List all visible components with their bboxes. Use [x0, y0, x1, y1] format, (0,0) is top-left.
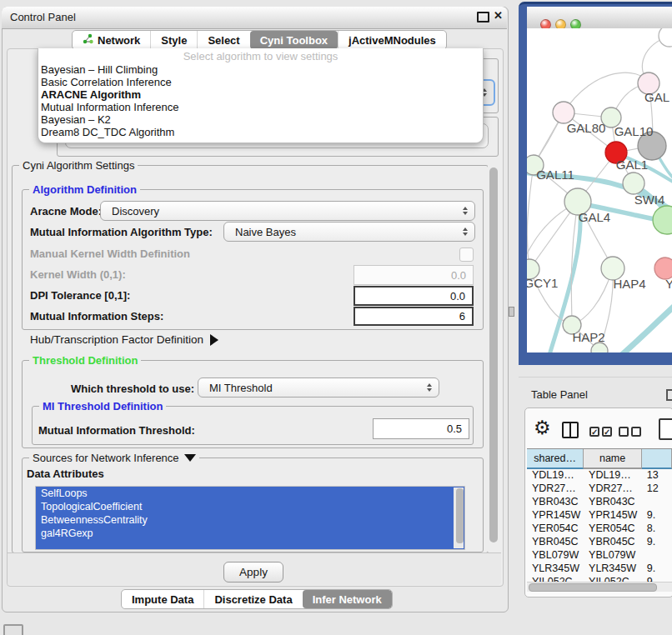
table-row-3[interactable]: YPR145WYPR145W9.	[527, 508, 672, 522]
network-node-0[interactable]	[659, 28, 672, 47]
table-row-8[interactable]: YIL052CYIL052C9.	[527, 575, 672, 582]
network-node-9[interactable]	[653, 206, 672, 234]
algorithm-option-dream8-dc-tdc-algorithm[interactable]: Dream8 DC_TDC Algorithm	[38, 126, 483, 138]
table-cell[interactable]: YBR045C	[584, 535, 642, 548]
network-canvas[interactable]: GALGAL80GAL10GAL1GAL11SWI4GAL4GCY1HAP4YH…	[527, 28, 672, 352]
combo-stepper-icon	[427, 383, 432, 392]
gear-icon[interactable]: ⚙	[534, 418, 551, 438]
column-header-name[interactable]: name	[584, 449, 642, 469]
column-header-attribute[interactable]	[642, 449, 672, 469]
tab-jactivemnodules[interactable]: jActiveMNodules	[338, 31, 446, 49]
table-row-7[interactable]: YLR345WYLR345W9.	[527, 562, 672, 575]
tab-select[interactable]: Select	[197, 31, 249, 49]
screen: Control Panel ✕ NetworkStyleSelectCyni T…	[0, 0, 672, 635]
algorithm-option-basic-correlation-inference[interactable]: Basic Correlation Inference	[38, 76, 483, 88]
table-cell[interactable]: 9.	[642, 562, 672, 575]
table-row-5[interactable]: YBR045CYBR045C9.	[527, 535, 672, 548]
tab-impute-data[interactable]: Impute Data	[122, 590, 203, 608]
deselect-all-checkbox-icon[interactable]	[619, 427, 629, 437]
aracne-mode-combo[interactable]: Discovery	[100, 201, 475, 221]
table-cell[interactable]: 9.	[642, 575, 672, 582]
expand-arrow-icon[interactable]	[210, 334, 218, 346]
attributes-scrollbar-thumb[interactable]	[456, 488, 464, 543]
algorithm-option-mutual-information-inference[interactable]: Mutual Information Inference	[38, 101, 483, 113]
table-cell[interactable]: YBL079W	[527, 548, 584, 562]
table-cell[interactable]: 9.	[642, 535, 672, 548]
algorithm-option-bayesian-k2[interactable]: Bayesian – K2	[38, 113, 483, 126]
node-label-gal80: GAL80	[567, 121, 606, 135]
table-cell[interactable]: YDR27…	[584, 482, 642, 495]
select-all-checkbox-icon[interactable]: ✓	[589, 427, 599, 437]
table-row-1[interactable]: YDR27…YDR27…12	[527, 482, 672, 495]
table-cell[interactable]: YER054C	[527, 522, 584, 535]
deselect-all-checkbox-icon-2[interactable]	[631, 427, 641, 437]
which-threshold-combo[interactable]: MI Threshold	[198, 378, 439, 398]
algorithm-selection-popup: Select algorithm to view settings Bayesi…	[38, 48, 484, 143]
network-window-titlebar	[527, 7, 672, 29]
algorithm-option-aracne-algorithm[interactable]: ARACNE Algorithm	[38, 88, 483, 101]
show-columns-icon[interactable]	[562, 422, 579, 438]
tab-network[interactable]: Network	[73, 31, 150, 49]
table-panel-float-icon[interactable]	[666, 389, 672, 401]
node-label-hap2: HAP2	[572, 330, 604, 344]
dpi-tolerance-field[interactable]: 0.0	[354, 286, 474, 306]
table-cell[interactable]	[642, 495, 672, 508]
table-cell[interactable]: YBR043C	[584, 495, 642, 508]
mi-steps-field[interactable]: 6	[354, 307, 474, 326]
table-cell[interactable]: YER054C	[584, 522, 642, 535]
select-all-checkbox-icon-2[interactable]: ✓	[602, 427, 612, 437]
attribute-item-selfloops[interactable]: SelfLoops	[36, 487, 464, 500]
table-cell[interactable]: YPR145W	[527, 508, 584, 522]
tab-jactivemnodules-label: jActiveMNodules	[349, 34, 436, 47]
mi-steps-value: 6	[459, 310, 465, 322]
mi-type-label: Mutual Information Algorithm Type:	[30, 226, 213, 238]
table-cell[interactable]: YIL052C	[584, 575, 642, 582]
table-hscrollbar-thumb[interactable]	[529, 583, 657, 592]
mi-threshold-field[interactable]: 0.5	[373, 418, 469, 439]
table-cell[interactable]: YDL19…	[584, 468, 642, 482]
algorithm-option-bayesian-hill-climbing[interactable]: Bayesian – Hill Climbing	[38, 63, 483, 76]
network-node-7[interactable]	[623, 172, 644, 194]
table-cell[interactable]: YBL079W	[584, 548, 642, 562]
attribute-item-betweennesscentrality[interactable]: BetweennessCentrality	[36, 513, 464, 527]
table-row-4[interactable]: YER054CYER054C8.	[527, 522, 672, 535]
table-cell[interactable]: YBR043C	[527, 495, 584, 508]
apply-button[interactable]: Apply	[223, 562, 283, 582]
table-cell[interactable]: 12	[642, 482, 672, 495]
table-panel-title: Table Panel	[531, 388, 588, 401]
sources-legend: Sources for Network Inference	[29, 452, 199, 464]
table-cell[interactable]: YDL19…	[527, 468, 584, 482]
close-icon[interactable]: ✕	[494, 9, 503, 22]
mi-threshold-label: Mutual Information Threshold:	[38, 424, 195, 437]
settings-scrollbar-thumb[interactable]	[489, 168, 498, 542]
table-cell[interactable]: 9.	[642, 508, 672, 522]
table-row-6[interactable]: YBL079WYBL079W	[527, 548, 672, 562]
table-cell[interactable]: YLR345W	[584, 562, 642, 575]
table-cell[interactable]: YIL052C	[527, 575, 584, 582]
tab-cyni-toolbox[interactable]: Cyni Toolbox	[250, 31, 338, 49]
table-cell[interactable]: YPR145W	[584, 508, 642, 522]
minimized-panel-icon[interactable]	[3, 624, 23, 635]
node-label-gal10: GAL10	[614, 124, 654, 138]
table-cell[interactable]: 13	[642, 468, 672, 482]
table-cell[interactable]: YBR045C	[527, 535, 584, 548]
table-cell[interactable]: 8.	[642, 522, 672, 535]
tab-style[interactable]: Style	[150, 31, 197, 49]
tab-select-label: Select	[208, 34, 239, 47]
float-window-icon[interactable]	[477, 12, 489, 22]
table-row-2[interactable]: YBR043CYBR043C	[527, 495, 672, 508]
attribute-item-gal4rgexp[interactable]: gal4RGexp	[36, 527, 464, 540]
table-cell[interactable]: YDR27…	[527, 482, 584, 495]
column-header-shared[interactable]: shared…	[527, 449, 584, 469]
mi-type-combo[interactable]: Naive Bayes	[223, 222, 475, 242]
tab-infer-network[interactable]: Infer Network	[303, 590, 392, 608]
hub-definition-section[interactable]: Hub/Transcription Factor Definition	[30, 333, 218, 346]
table-cell[interactable]: YLR345W	[527, 562, 584, 575]
splitter-handle[interactable]	[509, 307, 514, 317]
table-cell[interactable]	[642, 548, 672, 562]
tab-discretize-data[interactable]: Discretize Data	[203, 590, 302, 608]
collapse-arrow-icon[interactable]	[184, 454, 196, 462]
attribute-item-topologicalcoefficient[interactable]: TopologicalCoefficient	[36, 500, 464, 513]
table-row-0[interactable]: YDL19…YDL19…13	[527, 468, 672, 482]
export-table-icon[interactable]	[659, 418, 672, 440]
